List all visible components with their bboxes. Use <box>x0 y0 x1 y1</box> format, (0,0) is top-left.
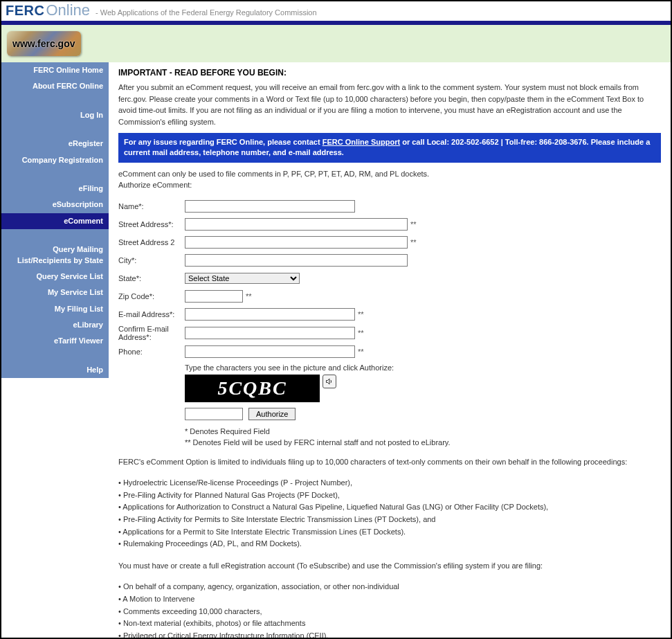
authorize-button[interactable]: Authorize <box>248 408 296 420</box>
zip-label: Zip Code*: <box>118 292 185 300</box>
list-item: On behalf of a company, agency, organiza… <box>118 581 661 593</box>
street2-star: ** <box>410 238 417 246</box>
nav-help[interactable]: Help <box>1 362 109 378</box>
email-star: ** <box>358 310 364 318</box>
city-input[interactable] <box>185 254 408 267</box>
phone-star: ** <box>358 348 364 356</box>
confirm-email-star: ** <box>358 329 364 337</box>
nav-ecomment[interactable]: eComment <box>1 213 109 229</box>
captcha-audio-icon[interactable] <box>323 375 336 388</box>
list-item: Hydroelectric License/Re-license Proceed… <box>118 477 661 489</box>
phone-label: Phone: <box>118 348 185 356</box>
street1-star: ** <box>410 220 417 228</box>
list-item: A Motion to Intervene <box>118 593 661 606</box>
list-item: Rulemaking Proceedings (AD, PL, and RM D… <box>118 538 661 550</box>
nav-etariff-viewer[interactable]: eTariff Viewer <box>1 333 109 349</box>
state-select[interactable]: Select State <box>185 273 300 284</box>
proceedings-list: Hydroelectric License/Re-license Proceed… <box>118 477 661 550</box>
nav-about-ferc-online[interactable]: About FERC Online <box>1 78 109 94</box>
name-label: Name*: <box>118 202 185 210</box>
docket-note: eComment can only be used to file commen… <box>118 170 661 178</box>
list-item: Applications for Authorization to Constr… <box>118 501 661 514</box>
nav-query-mailing-list[interactable]: Query Mailing List/Recipients by State <box>1 242 109 269</box>
list-item: Applications for a Permit to Site Inters… <box>118 526 661 539</box>
confirm-email-label: Confirm E-mail Address*: <box>118 325 185 341</box>
street1-input[interactable] <box>185 218 408 231</box>
nav-company-registration[interactable]: Company Registration <box>1 152 109 168</box>
sidebar-nav: FERC Online Home About FERC Online Log I… <box>1 62 109 378</box>
nav-my-service-list[interactable]: My Service List <box>1 285 109 300</box>
list-item: Non-text material (exhibits, photos) or … <box>118 618 661 630</box>
zip-star: ** <box>246 292 252 300</box>
email-label: E-mail Address*: <box>118 310 185 318</box>
captcha-input[interactable] <box>185 408 243 420</box>
intro-paragraph: After you submit an eComment request, yo… <box>118 82 661 127</box>
brand-ferc: FERC <box>6 3 44 19</box>
internal-field-note: ** Denotes Field will be used by FERC in… <box>185 438 661 447</box>
important-heading: IMPORTANT - READ BEFORE YOU BEGIN: <box>118 68 661 78</box>
confirm-email-input[interactable] <box>185 327 355 339</box>
limited-intro: FERC's eComment Option is limited to ind… <box>118 456 661 468</box>
nav-esubscription[interactable]: eSubscription <box>1 197 109 213</box>
street2-input[interactable] <box>185 236 408 249</box>
city-label: City*: <box>118 256 185 264</box>
list-item: Comments exceeding 10,000 characters, <box>118 606 661 618</box>
street2-label: Street Address 2 <box>118 238 185 246</box>
nav-log-in[interactable]: Log In <box>1 107 109 123</box>
captcha-image: 5CQBC <box>185 375 320 402</box>
list-item: Privileged or Critical Energy Infrastruc… <box>118 630 661 639</box>
authorize-label: Authorize eComment: <box>118 181 661 189</box>
name-input[interactable] <box>185 200 355 213</box>
support-text-prefix: For any issues regarding FERC Online, pl… <box>124 138 323 146</box>
street1-label: Street Address*: <box>118 220 185 228</box>
phone-input[interactable] <box>185 345 355 358</box>
nav-ferc-online-home[interactable]: FERC Online Home <box>1 62 109 78</box>
nav-elibrary[interactable]: eLibrary <box>1 317 109 333</box>
ferc-gov-logo[interactable]: www.ferc.gov <box>7 31 81 56</box>
support-banner: For any issues regarding FERC Online, pl… <box>118 133 661 163</box>
main-content: IMPORTANT - READ BEFORE YOU BEGIN: After… <box>109 62 671 639</box>
zip-input[interactable] <box>185 290 243 303</box>
header-tagline: - Web Applications of the Federal Energy… <box>96 8 317 17</box>
captcha-instructions: Type the characters you see in the pictu… <box>185 363 661 372</box>
must-have-paragraph: You must have or create a full eRegistra… <box>118 560 661 572</box>
nav-eregister[interactable]: eRegister <box>1 136 109 152</box>
brand-online: Online <box>46 1 90 19</box>
support-link[interactable]: FERC Online Support <box>323 138 400 146</box>
required-field-note: * Denotes Required Field <box>185 427 661 435</box>
state-label: State*: <box>118 274 185 282</box>
filing-list: On behalf of a company, agency, organiza… <box>118 581 661 639</box>
list-item: Pre-Filing Activity for Permits to Site … <box>118 514 661 526</box>
nav-query-service-list[interactable]: Query Service List <box>1 269 109 285</box>
header-bar: FERC Online - Web Applications of the Fe… <box>1 1 671 25</box>
nav-my-filing-list[interactable]: My Filing List <box>1 301 109 317</box>
banner-strip: www.ferc.gov <box>1 25 671 62</box>
email-input[interactable] <box>185 308 355 321</box>
nav-efiling[interactable]: eFiling <box>1 181 109 197</box>
list-item: Pre-Filing Activity for Planned Natural … <box>118 489 661 502</box>
